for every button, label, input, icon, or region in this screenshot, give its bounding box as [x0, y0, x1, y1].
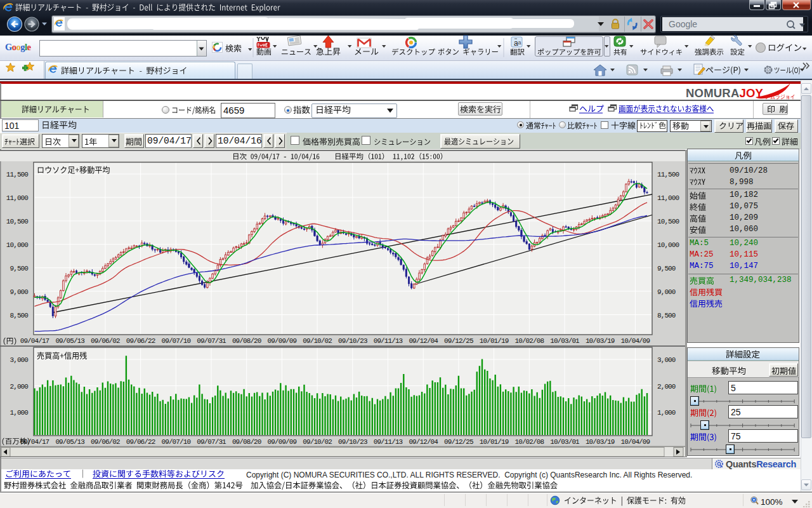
svg-text:09/10/02: 09/10/02 — [303, 337, 332, 345]
svg-text:09/04/17: 09/04/17 — [20, 337, 49, 345]
svg-text:10/01/19: 10/01/19 — [480, 438, 509, 446]
svg-text:10,000: 10,000 — [657, 241, 679, 249]
svg-text:9,000: 9,000 — [657, 288, 676, 296]
svg-text:10,500: 10,500 — [657, 218, 679, 225]
svg-text:10/02/08: 10/02/08 — [514, 337, 544, 345]
svg-text:09/06/22: 09/06/22 — [126, 337, 155, 345]
svg-text:09/07/31: 09/07/31 — [197, 337, 226, 345]
svg-text:10/03/19: 10/03/19 — [586, 438, 615, 446]
svg-text:1,000: 1,000 — [10, 409, 28, 417]
svg-text:10/01/19: 10/01/19 — [480, 337, 509, 345]
svg-text:09/04/17: 09/04/17 — [20, 438, 49, 446]
svg-text:09/10/23: 09/10/23 — [338, 438, 367, 446]
svg-text:09/10/02: 09/10/02 — [303, 438, 332, 446]
svg-text:09/05/13: 09/05/13 — [55, 438, 84, 446]
svg-text:09/08/20: 09/08/20 — [232, 337, 261, 345]
svg-text:09/08/20: 09/08/20 — [232, 438, 261, 446]
svg-text:9,500: 9,500 — [10, 265, 28, 272]
svg-text:09/11/13: 09/11/13 — [374, 438, 403, 446]
svg-text:09/09/09: 09/09/09 — [268, 337, 297, 345]
svg-text:09/12/25: 09/12/25 — [444, 337, 473, 345]
svg-text:8,500: 8,500 — [10, 312, 28, 319]
svg-text:09/07/10: 09/07/10 — [161, 337, 190, 345]
svg-text:09/05/13: 09/05/13 — [55, 337, 84, 345]
svg-text:11,500: 11,500 — [6, 171, 29, 178]
svg-text:10/03/01: 10/03/01 — [550, 337, 580, 345]
svg-text:09/12/04: 09/12/04 — [409, 337, 438, 345]
svg-text:11,500: 11,500 — [657, 171, 679, 178]
svg-text:10/04/09: 10/04/09 — [621, 438, 650, 446]
svg-text:09/07/31: 09/07/31 — [197, 438, 226, 446]
svg-text:09/09/09: 09/09/09 — [268, 438, 297, 446]
svg-text:3,000: 3,000 — [10, 356, 28, 364]
svg-text:3,000: 3,000 — [657, 356, 676, 364]
svg-text:9,500: 9,500 — [657, 265, 676, 272]
svg-text:09/10/23: 09/10/23 — [338, 337, 367, 345]
svg-text:10,000: 10,000 — [6, 241, 29, 249]
svg-text:10,500: 10,500 — [6, 218, 29, 225]
svg-text:10/03/01: 10/03/01 — [550, 438, 580, 446]
svg-text:10/04/09: 10/04/09 — [621, 337, 650, 345]
svg-text:8,500: 8,500 — [657, 312, 676, 319]
svg-text:09/12/04: 09/12/04 — [409, 438, 438, 446]
svg-text:09/06/02: 09/06/02 — [91, 337, 120, 345]
svg-text:10/03/19: 10/03/19 — [586, 337, 615, 345]
svg-text:09/12/25: 09/12/25 — [444, 438, 473, 446]
svg-text:09/06/02: 09/06/02 — [91, 438, 120, 446]
svg-text:09/06/22: 09/06/22 — [126, 438, 155, 446]
svg-text:1,000: 1,000 — [657, 409, 676, 417]
svg-text:10/02/08: 10/02/08 — [514, 438, 544, 446]
svg-text:11,000: 11,000 — [6, 194, 29, 202]
svg-text:2,000: 2,000 — [10, 383, 28, 391]
svg-text:9,000: 9,000 — [10, 288, 28, 296]
svg-text:2,000: 2,000 — [657, 383, 676, 391]
svg-text:09/11/13: 09/11/13 — [374, 337, 403, 345]
svg-text:09/07/10: 09/07/10 — [161, 438, 190, 446]
svg-text:11,000: 11,000 — [657, 194, 679, 202]
